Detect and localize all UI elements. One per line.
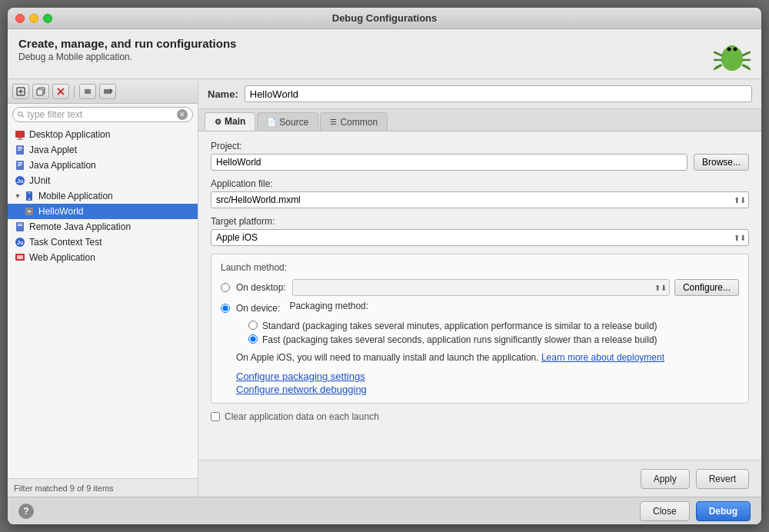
svg-rect-60 — [17, 255, 23, 259]
header-area: Create, manage, and run configurations D… — [8, 29, 761, 79]
filter-status: Filter matched 9 of 9 items — [14, 484, 114, 493]
on-desktop-row: On desktop: ⬆⬇ Configure... — [221, 279, 739, 296]
expand-arrow: ▼ — [14, 192, 22, 200]
sidebar-item-java-applet[interactable]: Java Applet — [8, 142, 198, 158]
header-text: Create, manage, and run configurations D… — [18, 37, 236, 62]
sidebar-item-junit[interactable]: Ju JUnit — [8, 173, 198, 188]
clear-checkbox[interactable] — [211, 412, 220, 421]
svg-line-17 — [743, 52, 750, 55]
common-tab-icon: ☰ — [330, 118, 337, 126]
svg-rect-51 — [28, 193, 31, 194]
on-device-label: On device: — [236, 303, 280, 314]
fast-packaging-row: Fast (packaging takes several seconds, a… — [248, 334, 739, 345]
revert-button[interactable]: Revert — [696, 469, 749, 489]
app-file-select[interactable]: src/HelloWorld.mxml — [211, 191, 749, 208]
delete-config-button[interactable] — [52, 84, 69, 99]
footer-bar: ? Close Debug — [8, 497, 761, 524]
svg-line-14 — [714, 52, 721, 55]
duplicate-config-button[interactable] — [32, 84, 49, 99]
filter-box[interactable]: ✕ — [12, 107, 193, 122]
configure-button[interactable]: Configure... — [674, 279, 739, 296]
fast-packaging-radio[interactable] — [248, 334, 258, 344]
svg-rect-56 — [18, 225, 22, 226]
on-desktop-radio[interactable] — [221, 283, 230, 292]
main-tab-icon: ⚙ — [215, 118, 221, 126]
tab-common-label: Common — [340, 117, 378, 128]
svg-point-50 — [28, 198, 30, 200]
task-icon: Ju — [14, 236, 26, 248]
filter-clear-button[interactable]: ✕ — [177, 109, 188, 120]
sidebar-item-label: Mobile Application — [38, 191, 113, 201]
close-window-button[interactable] — [15, 14, 25, 23]
target-platform-select[interactable]: Apple iOS Google Android BlackBerry — [211, 229, 749, 246]
sidebar-item-task-context[interactable]: Ju Task Context Test — [8, 234, 198, 250]
sidebar-item-web-application[interactable]: Web Application — [8, 250, 198, 265]
launch-method-title: Launch method: — [221, 262, 739, 273]
project-input[interactable] — [211, 154, 687, 171]
on-desktop-select-wrapper: ⬆⬇ — [292, 279, 670, 296]
debug-button[interactable]: Debug — [696, 501, 751, 521]
maximize-window-button[interactable] — [43, 14, 52, 23]
sidebar-item-java-application[interactable]: Java Application — [8, 158, 198, 173]
learn-more-link[interactable]: Learn more about deployment — [541, 352, 664, 363]
header-subtitle: Debug a Mobile application. — [18, 52, 236, 62]
apply-button[interactable]: Apply — [641, 469, 690, 489]
sidebar: ✕ Desktop Application — [8, 79, 198, 497]
junit-icon: Ju — [14, 175, 26, 187]
fast-packaging-label: Fast (packaging takes several seconds, a… — [262, 334, 657, 345]
tab-common[interactable]: ☰ Common — [320, 112, 388, 131]
help-button[interactable]: ? — [18, 504, 34, 519]
sidebar-item-label: Desktop Application — [29, 129, 110, 140]
svg-rect-42 — [18, 150, 21, 151]
configure-packaging-link[interactable]: Configure packaging settings — [236, 371, 739, 382]
on-device-radio[interactable] — [221, 304, 230, 313]
remote-java-icon — [14, 221, 26, 233]
name-input[interactable] — [245, 85, 752, 102]
sidebar-item-mobile-application[interactable]: ▼ Mobile Application — [8, 188, 198, 204]
close-button[interactable]: Close — [640, 501, 690, 521]
apply-revert-bar: Apply Revert — [198, 460, 761, 497]
tab-source[interactable]: 📄 Source — [257, 112, 318, 131]
bug-icon — [714, 37, 751, 74]
expand-all-button[interactable] — [99, 84, 116, 99]
on-device-section: On device: Packaging method: Standard (p… — [221, 301, 739, 395]
svg-point-34 — [18, 112, 22, 116]
sidebar-item-remote-java[interactable]: Remote Java Application — [8, 219, 198, 234]
configure-network-link[interactable]: Configure network debugging — [236, 384, 739, 395]
target-platform-group: Target platform: Apple iOS Google Androi… — [211, 216, 749, 246]
sidebar-item-helloworld[interactable]: HelloWorld — [8, 204, 198, 219]
standard-packaging-label: Standard (packaging takes several minute… — [262, 321, 657, 331]
minimize-window-button[interactable] — [29, 14, 38, 23]
svg-rect-24 — [37, 89, 43, 95]
app-file-label: Application file: — [211, 178, 749, 189]
source-tab-icon: 📄 — [267, 118, 276, 126]
right-panel: Name: ⚙ Main 📄 Source ☰ Common — [198, 79, 761, 497]
java-applet-icon — [14, 144, 26, 156]
name-bar: Name: — [198, 79, 761, 109]
name-label: Name: — [208, 88, 238, 100]
main-area: ✕ Desktop Application — [8, 79, 761, 497]
svg-point-11 — [726, 45, 738, 56]
app-file-select-wrapper: src/HelloWorld.mxml ⬆⬇ — [211, 191, 749, 208]
packaging-method-label: Packaging method: — [289, 301, 368, 311]
on-desktop-select[interactable] — [292, 279, 670, 296]
sidebar-item-label: Java Application — [29, 160, 96, 171]
sidebar-item-desktop-application[interactable]: Desktop Application — [8, 127, 198, 142]
header-title: Create, manage, and run configurations — [18, 37, 236, 50]
standard-packaging-radio[interactable] — [248, 321, 258, 330]
new-config-button[interactable] — [12, 84, 29, 99]
collapse-all-button[interactable] — [79, 84, 96, 99]
filter-input[interactable] — [28, 109, 174, 120]
svg-point-12 — [727, 48, 731, 52]
sidebar-item-label: Task Context Test — [29, 237, 102, 248]
browse-project-button[interactable]: Browse... — [694, 154, 749, 171]
svg-text:Ju: Ju — [17, 240, 23, 245]
svg-rect-44 — [18, 162, 22, 163]
sidebar-item-label: Remote Java Application — [29, 221, 131, 232]
sidebar-footer: Filter matched 9 of 9 items — [8, 478, 198, 497]
sidebar-item-label: Java Applet — [29, 145, 77, 155]
svg-rect-36 — [15, 131, 25, 138]
tab-main-label: Main — [225, 116, 245, 127]
tab-main[interactable]: ⚙ Main — [205, 112, 255, 131]
on-desktop-label: On desktop: — [236, 282, 286, 293]
